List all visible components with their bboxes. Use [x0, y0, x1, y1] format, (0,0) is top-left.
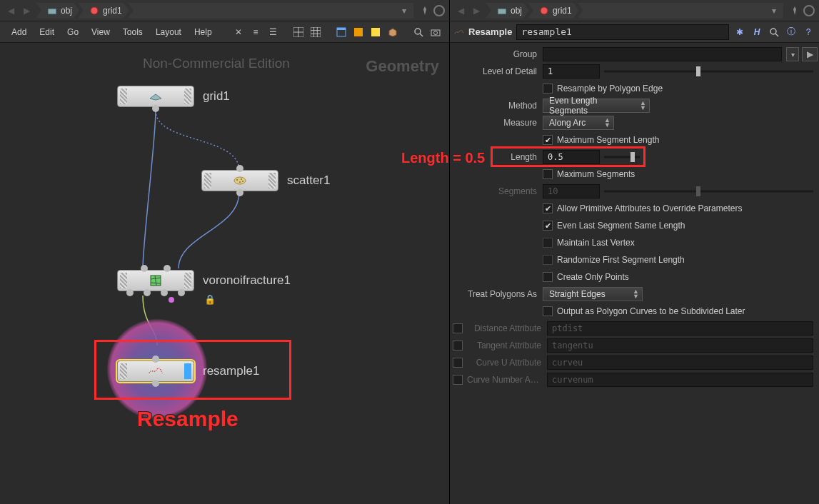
param-group-field[interactable]	[543, 47, 782, 61]
link-ring-icon[interactable]	[433, 5, 445, 16]
note-orange-icon[interactable]	[351, 25, 366, 39]
crumb-tail[interactable]: ▾	[128, 3, 413, 19]
grid-small-icon[interactable]	[291, 25, 306, 39]
param-pin-icon[interactable]	[789, 5, 800, 16]
crumb-obj[interactable]: obj	[36, 3, 79, 19]
network-canvas[interactable]: Non-Commercial Edition Geometry gr	[0, 43, 449, 504]
svg-rect-5	[311, 27, 321, 37]
menu-edit[interactable]: Edit	[34, 24, 60, 40]
curveu-attr-check[interactable]	[453, 358, 463, 368]
crumb-grid1[interactable]: grid1	[78, 3, 129, 19]
menu-add[interactable]: Add	[6, 24, 32, 40]
output-curves-check[interactable]	[543, 306, 553, 316]
param-measure-value: Along Arc	[549, 118, 586, 128]
svg-point-18	[234, 177, 246, 184]
menu-layout[interactable]: Layout	[150, 24, 187, 40]
crumb-grid1-label: grid1	[103, 6, 122, 16]
info-icon[interactable]: ⓘ	[785, 26, 798, 39]
param-curveu-attr: Curve U Attribute curveu	[450, 354, 818, 371]
create-only-check[interactable]	[543, 272, 553, 282]
help-icon[interactable]: ?	[802, 26, 815, 39]
max-segments-label: Maximum Segments	[557, 169, 635, 179]
annotation-box-resample	[94, 340, 291, 400]
resample-op-icon	[454, 27, 464, 37]
param-measure-select[interactable]: Along Arc ▲▼	[543, 116, 614, 130]
tan-attr-check[interactable]	[453, 341, 463, 351]
dist-attr-label: Distance Attribute	[467, 323, 547, 333]
output-flag-dot	[169, 297, 174, 303]
param-treat-poly-select[interactable]: Straight Edges ▲▼	[543, 287, 643, 301]
svg-rect-12	[354, 28, 363, 36]
param-link-ring-icon[interactable]	[803, 5, 815, 16]
scatter-node-icon	[232, 173, 248, 188]
curvenum-attr-check[interactable]	[453, 375, 463, 385]
nav-fwd[interactable]: ▶	[20, 4, 33, 17]
resample-polyedge-label: Resample by Polygon Edge	[557, 84, 663, 94]
param-group-label: Group	[450, 49, 543, 59]
param-crumb-obj-label: obj	[511, 6, 522, 16]
node-grid1-label: grid1	[203, 89, 230, 104]
camera-icon[interactable]	[428, 25, 443, 39]
param-lod-label: Level of Detail	[450, 66, 543, 76]
resample-polyedge-check[interactable]	[543, 84, 553, 94]
list-icon[interactable]: ≡	[248, 25, 263, 39]
gear-icon[interactable]: ✱	[733, 26, 746, 39]
curvenum-attr-field: curvenum	[547, 373, 813, 387]
param-treat-poly-label: Treat Polygons As	[450, 289, 543, 299]
param-dist-attr: Distance Attribute ptdist	[450, 320, 818, 337]
param-segments-field: 10	[543, 184, 600, 198]
param-allow-prim: ✔ Allow Primitive Attributes to Override…	[450, 200, 818, 217]
randomize-first-label: Randomize First Segment Length	[557, 255, 685, 265]
param-segments: Segments 10	[450, 183, 818, 200]
group-picker-icon[interactable]: ▾	[786, 47, 799, 61]
tan-attr-label: Tangent Attribute	[467, 341, 547, 351]
param-crumb-tail[interactable]: ▾	[578, 3, 783, 19]
svg-line-15	[420, 34, 423, 36]
note-yellow-icon[interactable]	[368, 25, 383, 39]
window-icon[interactable]	[334, 25, 348, 39]
svg-point-19	[236, 179, 238, 181]
menu-go[interactable]: Go	[61, 24, 84, 40]
param-tan-attr: Tangent Attribute tangentu	[450, 337, 818, 354]
node-name-input[interactable]	[516, 24, 729, 40]
node-grid1[interactable]: grid1	[117, 86, 230, 107]
param-group: Group ▾ ▶	[450, 46, 818, 63]
param-crumb-grid1[interactable]: grid1	[528, 3, 579, 19]
annotation-resample-label: Resample	[137, 407, 238, 431]
param-nav-back[interactable]: ◀	[454, 4, 467, 17]
param-nav-fwd[interactable]: ▶	[470, 4, 483, 17]
max-seg-len-label: Maximum Segment Length	[557, 135, 659, 145]
network-menubar: Add Edit Go View Tools Layout Help ✕ ≡ ☰	[0, 21, 449, 43]
menu-help[interactable]: Help	[189, 24, 218, 40]
node-voronoi[interactable]: voronoifracture1 🔒	[117, 270, 291, 291]
dist-attr-check[interactable]	[453, 323, 463, 333]
folder-icon	[497, 6, 507, 16]
even-last-check[interactable]: ✔	[543, 221, 553, 231]
node-scatter1[interactable]: scatter1	[201, 170, 330, 191]
search-icon[interactable]	[411, 25, 426, 39]
max-segments-check[interactable]	[543, 169, 553, 179]
param-lod-slider[interactable]	[604, 64, 813, 79]
menu-tools[interactable]: Tools	[117, 24, 149, 40]
allow-prim-check[interactable]: ✔	[543, 203, 553, 213]
max-seg-len-check[interactable]: ✔	[543, 135, 553, 145]
curveu-attr-field: curveu	[547, 356, 813, 370]
grid-large-icon[interactable]	[308, 25, 323, 39]
parameter-list: Group ▾ ▶ Level of Detail 1 Resample by …	[450, 43, 819, 504]
network-pane: ◀ ▶ obj grid1 ▾	[0, 0, 450, 504]
wrench-icon[interactable]: ✕	[231, 25, 246, 39]
pin-icon[interactable]	[419, 5, 431, 16]
param-crumb-obj[interactable]: obj	[486, 3, 529, 19]
nav-back[interactable]: ◀	[4, 4, 17, 17]
menu-view[interactable]: View	[86, 24, 116, 40]
svg-line-30	[775, 34, 778, 36]
lock-icon: 🔒	[204, 294, 216, 305]
param-method-select[interactable]: Even Length Segments ▲▼	[543, 99, 650, 113]
houdini-h-icon[interactable]: H	[750, 26, 763, 39]
align-icon[interactable]: ☰	[266, 25, 280, 39]
param-lod-field[interactable]: 1	[543, 64, 600, 79]
group-select-icon[interactable]: ▶	[802, 47, 818, 61]
box-icon[interactable]	[386, 25, 400, 39]
crumb-obj-label: obj	[61, 6, 72, 16]
param-search-icon[interactable]	[768, 26, 780, 39]
